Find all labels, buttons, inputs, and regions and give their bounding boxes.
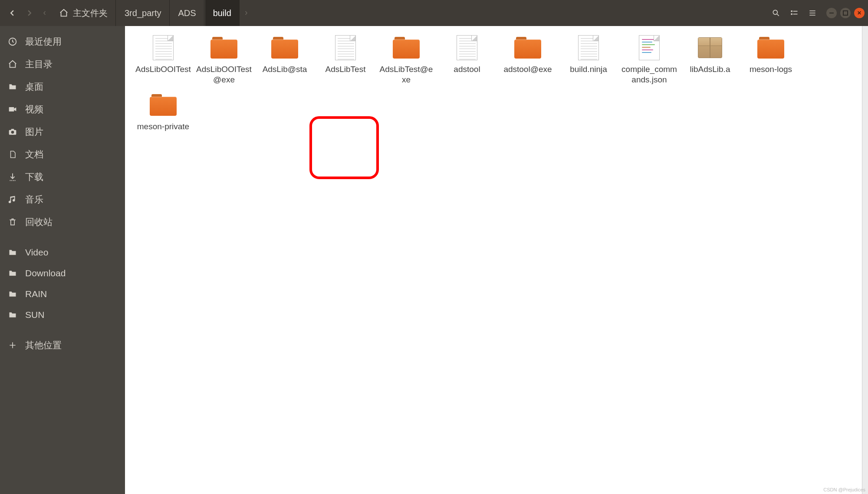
sidebar-item-trash[interactable]: 回收站 bbox=[0, 211, 125, 233]
file-item[interactable]: compile_commands.json bbox=[620, 32, 679, 87]
minimize-button[interactable] bbox=[826, 8, 837, 18]
breadcrumb-home-label: 主文件夹 bbox=[73, 7, 108, 19]
svg-rect-4 bbox=[793, 14, 798, 15]
folder-icon bbox=[8, 311, 17, 319]
recent-icon bbox=[8, 37, 17, 46]
sidebar-item-label: 下载 bbox=[25, 171, 43, 183]
home-icon bbox=[59, 8, 69, 18]
file-item[interactable]: AdsLibOOITest bbox=[134, 32, 193, 87]
sidebar-item-label: SUN bbox=[25, 310, 44, 320]
file-item[interactable]: meson-logs bbox=[741, 32, 800, 87]
file-label: meson-logs bbox=[750, 64, 792, 75]
path-next-button[interactable] bbox=[240, 4, 252, 22]
breadcrumb-build[interactable]: build bbox=[205, 0, 240, 26]
view-mode-button[interactable] bbox=[786, 4, 803, 22]
maximize-button[interactable] bbox=[840, 8, 851, 18]
sidebar-item-label: 桌面 bbox=[25, 81, 43, 93]
home-icon bbox=[8, 59, 17, 69]
svg-rect-3 bbox=[793, 11, 798, 12]
sidebar-item-recent[interactable]: 最近使用 bbox=[0, 30, 125, 53]
file-label: AdsLibOOITest@exe bbox=[196, 64, 252, 85]
sidebar-item-home[interactable]: 主目录 bbox=[0, 53, 125, 75]
svg-point-0 bbox=[773, 10, 777, 14]
video-icon bbox=[8, 105, 17, 114]
sidebar-item-music[interactable]: 音乐 bbox=[0, 188, 125, 211]
file-label: compile_commands.json bbox=[621, 64, 677, 85]
close-button[interactable] bbox=[854, 8, 865, 18]
breadcrumb-home[interactable]: 主文件夹 bbox=[51, 0, 116, 26]
path-prev-button[interactable] bbox=[39, 4, 50, 22]
sidebar-item-videos[interactable]: 视频 bbox=[0, 98, 125, 121]
folder-icon bbox=[392, 34, 420, 62]
file-item[interactable]: adstool bbox=[437, 32, 496, 87]
forward-button[interactable] bbox=[21, 4, 38, 22]
camera-icon bbox=[8, 128, 17, 136]
breadcrumb-label: 3rd_party bbox=[125, 8, 161, 18]
file-grid[interactable]: AdsLibOOITest AdsLibOOITest@exe AdsLib@s… bbox=[125, 26, 862, 494]
file-item-highlighted[interactable]: libAdsLib.a bbox=[681, 32, 740, 87]
file-label: AdsLibTest@exe bbox=[378, 64, 434, 85]
breadcrumb-ads[interactable]: ADS bbox=[171, 0, 204, 26]
text-file-icon bbox=[149, 34, 177, 62]
file-label: libAdsLib.a bbox=[690, 64, 730, 75]
file-label: AdsLibOOITest bbox=[135, 64, 191, 75]
sidebar-item-other[interactable]: 其他位置 bbox=[0, 334, 125, 357]
sidebar-item-label: RAIN bbox=[25, 289, 47, 299]
trash-icon bbox=[8, 217, 17, 227]
sidebar-item-label: 音乐 bbox=[25, 193, 43, 206]
window-controls bbox=[826, 8, 865, 18]
search-button[interactable] bbox=[767, 4, 785, 22]
folder-icon bbox=[210, 34, 238, 62]
breadcrumb-label: build bbox=[213, 8, 231, 18]
sidebar-item-label: Video bbox=[25, 247, 48, 258]
sidebar-item-rain[interactable]: RAIN bbox=[0, 284, 125, 304]
file-label: meson-private bbox=[137, 121, 189, 132]
breadcrumb-3rd-party[interactable]: 3rd_party bbox=[117, 0, 170, 26]
back-button[interactable] bbox=[3, 4, 21, 22]
file-label: AdsLibTest bbox=[326, 64, 366, 75]
sidebar-item-label: 最近使用 bbox=[25, 36, 62, 48]
scrollbar[interactable] bbox=[862, 26, 868, 494]
text-file-icon bbox=[575, 34, 602, 62]
sidebar-item-label: 其他位置 bbox=[25, 339, 62, 351]
sidebar-item-video[interactable]: Video bbox=[0, 242, 125, 263]
sidebar-item-label: 图片 bbox=[25, 126, 43, 138]
sidebar-item-label: 文档 bbox=[25, 148, 43, 160]
text-file-icon bbox=[453, 34, 481, 62]
content-wrap: AdsLibOOITest AdsLibOOITest@exe AdsLib@s… bbox=[125, 26, 868, 494]
sidebar-item-downloads[interactable]: 下载 bbox=[0, 166, 125, 188]
sidebar-item-label: Download bbox=[25, 268, 66, 278]
file-label: build.ninja bbox=[570, 64, 607, 75]
sidebar-item-label: 回收站 bbox=[25, 216, 53, 228]
folder-icon bbox=[514, 34, 542, 62]
svg-rect-1 bbox=[791, 10, 792, 12]
file-label: AdsLib@sta bbox=[263, 64, 307, 75]
file-item[interactable]: build.ninja bbox=[559, 32, 618, 87]
file-item[interactable]: AdsLibTest@exe bbox=[377, 32, 436, 87]
svg-rect-6 bbox=[9, 107, 14, 111]
sidebar-item-desktop[interactable]: 桌面 bbox=[0, 75, 125, 98]
svg-rect-2 bbox=[791, 13, 792, 15]
folder-icon bbox=[149, 91, 177, 119]
sidebar-item-documents[interactable]: 文档 bbox=[0, 143, 125, 166]
body: 最近使用 主目录 桌面 视频 图片 文档 下载 音乐 bbox=[0, 26, 868, 494]
sidebar-item-pictures[interactable]: 图片 bbox=[0, 121, 125, 143]
download-icon bbox=[8, 172, 17, 182]
file-item[interactable]: adstool@exe bbox=[498, 32, 557, 87]
hamburger-menu-button[interactable] bbox=[804, 4, 821, 22]
file-item[interactable]: AdsLibOOITest@exe bbox=[194, 32, 253, 87]
doc-icon bbox=[8, 150, 17, 159]
sidebar-item-label: 主目录 bbox=[25, 58, 53, 70]
sidebar-item-download[interactable]: Download bbox=[0, 263, 125, 284]
sidebar-item-label: 视频 bbox=[25, 103, 43, 115]
file-label: adstool@exe bbox=[503, 64, 552, 75]
svg-rect-9 bbox=[11, 129, 14, 130]
sidebar-item-sun[interactable]: SUN bbox=[0, 304, 125, 325]
file-item[interactable]: meson-private bbox=[134, 89, 193, 134]
file-item[interactable]: AdsLib@sta bbox=[255, 32, 314, 87]
file-item[interactable]: AdsLibTest bbox=[316, 32, 375, 87]
text-file-icon bbox=[332, 34, 359, 62]
nav-group bbox=[3, 4, 38, 22]
watermark: CSDN @Prejudices bbox=[823, 487, 865, 492]
folder-icon bbox=[271, 34, 299, 62]
